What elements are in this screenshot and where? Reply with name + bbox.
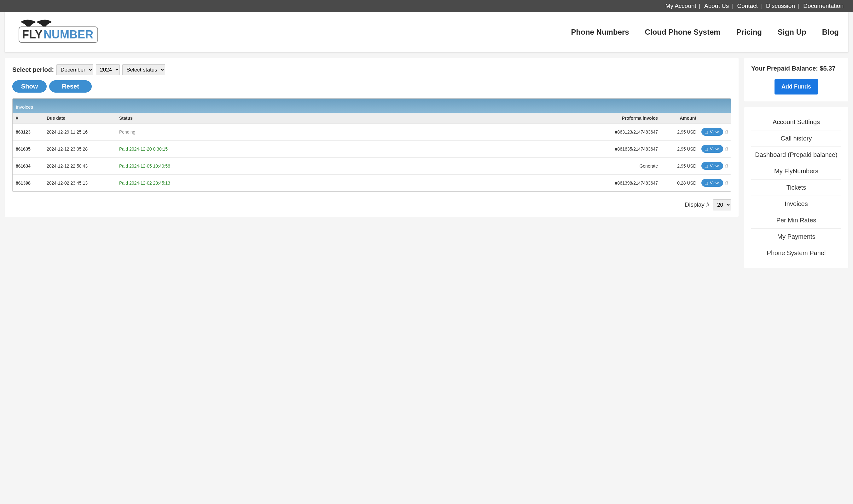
view-button[interactable]: ▢View — [701, 128, 723, 136]
side-nav: Account SettingsCall historyDashboard (P… — [744, 107, 848, 268]
sidenav-link[interactable]: Tickets — [751, 180, 841, 196]
cell-due: 2024-12-02 23:45:13 — [44, 175, 117, 192]
topnav-link-documentation[interactable]: Documentation — [803, 2, 843, 9]
nav-pricing[interactable]: Pricing — [736, 28, 762, 37]
view-button[interactable]: ▢View — [701, 179, 723, 187]
topnav-link-account[interactable]: My Account — [665, 2, 696, 9]
file-icon: ▢ — [704, 164, 708, 168]
topnav-link-about[interactable]: About Us — [704, 2, 729, 9]
invoices-table-wrap: Invoices # Due date Status Proforma invo… — [12, 98, 731, 192]
sidenav-link[interactable]: Invoices — [751, 196, 841, 212]
cell-status: Paid 2024-12-02 23:45:13 — [117, 175, 601, 192]
separator: | — [760, 2, 762, 9]
cell-id: 861635 — [13, 141, 44, 158]
cell-amount: 2,95 USD — [671, 158, 699, 175]
header: FLY NUMBER Phone Numbers Cloud Phone Sys… — [5, 12, 848, 52]
balance-value: $5.37 — [820, 65, 835, 72]
table-row: 8613982024-12-02 23:45:13Paid 2024-12-02… — [13, 175, 731, 192]
topnav-link-discussion[interactable]: Discussion — [766, 2, 795, 9]
cell-amount: 2,95 USD — [671, 141, 699, 158]
col-status: Status — [117, 113, 601, 124]
separator: | — [699, 2, 700, 9]
cell-due: 2024-12-12 22:50:43 — [44, 158, 117, 175]
cell-id: 863123 — [13, 124, 44, 141]
month-select[interactable]: December — [56, 64, 93, 75]
cell-pf: Generate — [601, 158, 671, 175]
file-icon: ▢ — [704, 130, 708, 134]
cell-pf: #863123/2147483647 — [601, 124, 671, 141]
cell-id: 861634 — [13, 158, 44, 175]
display-select[interactable]: 20 — [713, 199, 731, 211]
period-label: Select period: — [12, 66, 54, 73]
separator: | — [731, 2, 733, 9]
show-button[interactable]: Show — [12, 80, 47, 93]
table-row: 8616342024-12-12 22:50:43Paid 2024-12-05… — [13, 158, 731, 175]
col-id: # — [13, 113, 44, 124]
cell-due: 2024-12-12 23:05:28 — [44, 141, 117, 158]
file-icon: ▢ — [704, 147, 708, 151]
cell-status: Paid 2024-12-05 10:40:56 — [117, 158, 601, 175]
table-row: 8631232024-12-29 11:25:16Pending#863123/… — [13, 124, 731, 141]
col-pf: Proforma invoice — [601, 113, 671, 124]
sidenav-link[interactable]: My FlyNumbers — [751, 163, 841, 180]
sidenav-link[interactable]: My Payments — [751, 229, 841, 245]
reset-button[interactable]: Reset — [49, 80, 91, 93]
sidenav-link[interactable]: Phone System Panel — [751, 245, 841, 261]
nav-blog[interactable]: Blog — [822, 28, 839, 37]
table-title: Invoices — [13, 98, 731, 113]
year-select[interactable]: 2024 — [96, 64, 120, 75]
print-icon[interactable]: ⎙ — [725, 129, 728, 135]
separator: | — [798, 2, 799, 9]
sidenav-link[interactable]: Per Min Rates — [751, 212, 841, 229]
print-icon[interactable]: ⎙ — [725, 180, 728, 186]
nav-phone-numbers[interactable]: Phone Numbers — [571, 28, 629, 37]
cell-pf: #861635/2147483647 — [601, 141, 671, 158]
svg-text:NUMBER: NUMBER — [43, 28, 93, 41]
nav-cloud-phone[interactable]: Cloud Phone System — [645, 28, 720, 37]
file-icon: ▢ — [704, 181, 708, 185]
cell-id: 861398 — [13, 175, 44, 192]
logo-svg: FLY NUMBER — [14, 16, 102, 47]
top-nav: My Account| About Us| Contact| Discussio… — [0, 0, 853, 12]
logo[interactable]: FLY NUMBER — [14, 16, 102, 49]
table-row: 8616352024-12-12 23:05:28Paid 2024-12-20… — [13, 141, 731, 158]
topnav-link-contact[interactable]: Contact — [737, 2, 758, 9]
col-due: Due date — [44, 113, 117, 124]
nav-signup[interactable]: Sign Up — [778, 28, 806, 37]
cell-pf: #861398/2147483647 — [601, 175, 671, 192]
add-funds-button[interactable]: Add Funds — [774, 79, 818, 94]
view-button[interactable]: ▢View — [701, 162, 723, 170]
sidenav-link[interactable]: Account Settings — [751, 114, 841, 130]
cell-status: Paid 2024-12-20 0:30:15 — [117, 141, 601, 158]
view-button[interactable]: ▢View — [701, 145, 723, 153]
invoices-table: # Due date Status Proforma invoice Amoun… — [13, 113, 731, 192]
col-actions — [699, 113, 731, 124]
balance-panel: Your Prepaid Balance: $5.37 Add Funds — [744, 58, 848, 102]
cell-due: 2024-12-29 11:25:16 — [44, 124, 117, 141]
display-label: Display # — [685, 201, 710, 208]
print-icon[interactable]: ⎙ — [725, 146, 728, 152]
print-icon[interactable]: ⎙ — [725, 163, 728, 169]
sidenav-link[interactable]: Dashboard (Prepaid balance) — [751, 147, 841, 163]
svg-text:FLY: FLY — [22, 28, 42, 41]
status-select[interactable]: Select status — [122, 64, 165, 75]
balance-label: Your Prepaid Balance: — [751, 65, 818, 72]
pager: Display # 20 — [12, 199, 731, 211]
content-panel: Select period: December 2024 Select stat… — [5, 58, 738, 217]
sidenav-link[interactable]: Call history — [751, 130, 841, 147]
filter-bar: Select period: December 2024 Select stat… — [12, 64, 731, 93]
cell-status: Pending — [117, 124, 601, 141]
cell-amount: 2,95 USD — [671, 124, 699, 141]
main-nav: Phone Numbers Cloud Phone System Pricing… — [571, 28, 839, 37]
cell-amount: 0,28 USD — [671, 175, 699, 192]
col-amount: Amount — [671, 113, 699, 124]
